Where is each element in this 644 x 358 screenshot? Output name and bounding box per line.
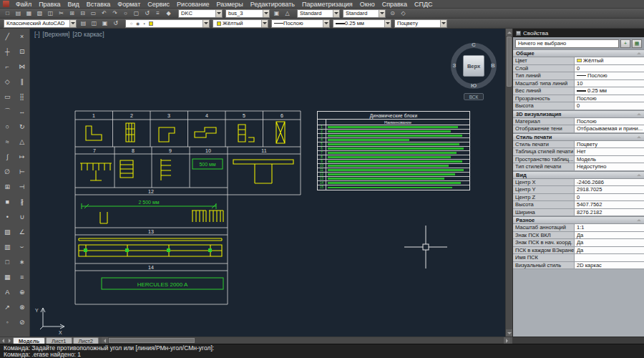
menu-item[interactable]: Рисование — [173, 0, 213, 9]
property-value[interactable]: Да — [575, 247, 644, 254]
property-value[interactable]: Да — [575, 232, 644, 239]
design-center-icon[interactable]: ◆ — [163, 9, 174, 18]
stretch-icon[interactable]: ↦ — [15, 149, 29, 164]
chevron-down-icon[interactable] — [384, 20, 391, 27]
chevron-down-icon[interactable] — [261, 20, 268, 27]
gradient-icon[interactable]: ▥ — [1, 239, 14, 254]
property-value[interactable]: 0 — [575, 194, 644, 201]
dkc-block-combo[interactable]: DKC — [178, 9, 223, 18]
break-icon[interactable]: ∦ — [15, 194, 29, 209]
match-properties-icon[interactable]: ▭ — [88, 9, 99, 18]
chevron-down-icon[interactable] — [263, 10, 269, 17]
ray-icon[interactable]: ↗ — [1, 299, 14, 314]
open-icon[interactable]: ▤ — [13, 9, 24, 18]
layer-on-icon[interactable]: ○ — [128, 20, 135, 26]
menu-item[interactable]: Вид — [64, 0, 83, 9]
menu-item[interactable]: Параметризация — [298, 0, 356, 9]
layer-freeze-icon[interactable]: ◉ — [135, 20, 141, 26]
property-value[interactable]: 0 — [575, 102, 644, 110]
selection-combo[interactable]: Ничего не выбрано — [515, 39, 619, 48]
revision-cloud-icon[interactable]: ≈ — [1, 134, 14, 149]
search-icon[interactable]: ◇ — [398, 9, 409, 18]
linetype-combo[interactable]: Послою — [271, 19, 330, 28]
collapse-icon[interactable] — [637, 50, 641, 54]
redo-icon[interactable]: ↷ — [109, 9, 120, 18]
ellipse-icon[interactable]: ∅ — [1, 164, 14, 179]
model-space-viewport[interactable]: [-] [Верхняя] [2D каркас] 1 2 3 4 5 6 7 … — [30, 29, 505, 337]
erase-icon[interactable]: × — [15, 29, 29, 44]
point-icon[interactable]: • — [1, 209, 14, 224]
property-value[interactable]: 5407.7562 — [575, 201, 644, 208]
make-block-icon[interactable]: ■ — [1, 194, 14, 209]
property-value[interactable]: Жёлтый — [575, 57, 644, 64]
property-value[interactable]: Отбрасываемая и прини... — [575, 125, 644, 132]
bus3-block-combo[interactable]: bus_3 — [225, 9, 270, 18]
move-icon[interactable]: ↔ — [15, 104, 29, 119]
chevron-down-icon[interactable] — [69, 20, 76, 27]
menu-item[interactable]: Вставка — [83, 0, 114, 9]
menu-item[interactable]: Редактировать — [247, 0, 298, 9]
qnew-icon[interactable]: □ — [2, 9, 13, 18]
explode-icon[interactable]: ∗ — [15, 254, 29, 269]
horizontal-scrollbar[interactable] — [102, 337, 510, 344]
property-value[interactable]: 0.25 мм — [575, 87, 644, 95]
chevron-down-icon[interactable] — [379, 10, 385, 17]
arc-icon[interactable]: ⌒ — [1, 104, 14, 119]
paste-icon[interactable]: ⊟ — [77, 9, 88, 18]
compass-west[interactable]: З — [450, 62, 459, 69]
menu-item[interactable]: Справка — [379, 0, 411, 9]
viewport-menu-control[interactable]: [-] — [34, 31, 40, 38]
circle-icon[interactable]: ○ — [1, 119, 14, 134]
text-style-combo[interactable]: Standard — [297, 9, 340, 18]
viewcube[interactable]: С В Ю З Верх ВСК — [449, 32, 499, 102]
layer-properties-icon[interactable]: ▤ — [78, 19, 89, 28]
join-icon[interactable]: ∪ — [15, 209, 29, 224]
viewport-style-control[interactable]: [2D каркас] — [72, 31, 104, 38]
property-value[interactable]: 10 — [575, 80, 644, 87]
section-header[interactable]: Вид — [513, 171, 644, 179]
compass-east[interactable]: В — [489, 62, 497, 69]
construction-line-icon[interactable]: ┼ — [1, 44, 14, 59]
table-icon[interactable]: ▦ — [1, 269, 14, 284]
quick-select-button[interactable]: ▦ — [632, 39, 642, 48]
property-value[interactable]: 2918.7025 — [575, 186, 644, 193]
insert-block-icon[interactable]: ⊞ — [1, 179, 14, 194]
next-tab-button[interactable] — [6, 337, 13, 344]
property-value[interactable] — [575, 254, 644, 261]
chevron-down-icon[interactable] — [323, 20, 329, 27]
blocks-grid-lines[interactable] — [75, 111, 301, 304]
compass-south[interactable]: Ю — [469, 82, 478, 89]
save-icon[interactable]: ▦ — [24, 9, 34, 18]
copy-object-icon[interactable]: ⊡ — [15, 44, 29, 59]
chevron-down-icon[interactable] — [215, 10, 222, 17]
extend-icon[interactable]: ⊣ — [15, 179, 29, 194]
dynamic-blocks-table[interactable]: Динамические блоки Наименование 12345678… — [317, 111, 470, 190]
menu-item[interactable]: СПДС — [411, 0, 436, 9]
scroll-down-button[interactable] — [506, 329, 512, 337]
scroll-right-button[interactable] — [504, 337, 510, 344]
overkill-icon[interactable]: ⊘ — [15, 314, 29, 329]
menu-item[interactable]: Файл — [12, 0, 35, 9]
polygon-icon[interactable]: ◇ — [1, 74, 14, 89]
scroll-left-button[interactable] — [102, 337, 108, 344]
section-header[interactable]: 3D визуализация — [513, 110, 644, 118]
layer-previous-icon[interactable]: ↺ — [110, 19, 121, 28]
tab-layout2[interactable]: Лист2 — [73, 337, 99, 344]
property-value[interactable]: 0 — [575, 65, 644, 72]
fillet-icon[interactable]: ⌣ — [15, 239, 29, 254]
property-value[interactable]: Послою — [575, 72, 644, 79]
property-value[interactable]: Нет — [575, 148, 644, 155]
copy-clip-icon[interactable]: ⊞ — [67, 9, 77, 18]
offset-icon[interactable]: ∥ — [15, 74, 29, 89]
menu-item[interactable]: Формат — [114, 0, 144, 9]
layer-lock-icon[interactable]: ▪ — [141, 20, 147, 26]
zoom-realtime-icon[interactable]: ○ — [120, 9, 131, 18]
collapse-icon[interactable] — [637, 134, 641, 138]
undo-icon[interactable]: ↶ — [99, 9, 109, 18]
collapse-icon[interactable] — [637, 172, 641, 176]
multiline-text-icon[interactable]: A — [1, 284, 14, 299]
spline-icon[interactable]: ∫ — [1, 149, 14, 164]
properties-icon[interactable]: ≡ — [152, 9, 163, 18]
menu-item[interactable]: Окно — [356, 0, 379, 9]
divide-icon[interactable]: ◦ — [1, 314, 14, 329]
